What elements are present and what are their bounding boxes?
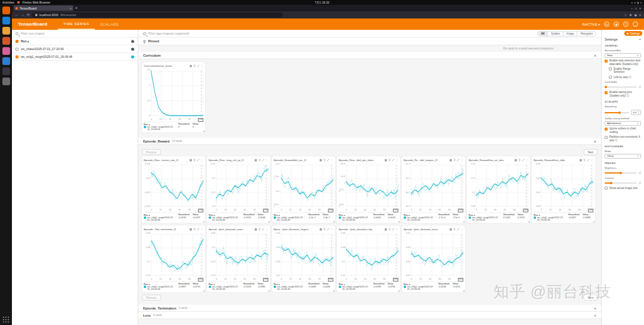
resize-handle[interactable] bbox=[268, 290, 270, 292]
pin-icon[interactable]: ⚲ bbox=[389, 159, 391, 162]
fullscreen-icon[interactable]: ⤢ bbox=[197, 64, 199, 67]
more-icon[interactable]: ⋮ bbox=[266, 228, 269, 231]
chevron-down-icon[interactable]: ∨ bbox=[594, 314, 596, 317]
pin-icon[interactable]: ⚲ bbox=[519, 159, 521, 162]
run-legend[interactable]: ws_rsl/g1_rough/2025-07-01_16-06-46 bbox=[144, 126, 177, 131]
pin-icon[interactable]: ⚲ bbox=[324, 159, 326, 162]
reset-icon[interactable]: ↺ bbox=[639, 85, 641, 89]
stepper-icons[interactable]: ▲▼ bbox=[637, 111, 639, 114]
chart-plot[interactable] bbox=[281, 232, 333, 278]
chart-plot[interactable] bbox=[346, 232, 398, 278]
pin-icon[interactable]: ⚲ bbox=[194, 159, 196, 162]
minimize-icon[interactable]: – bbox=[631, 7, 633, 10]
thunderbird-icon[interactable] bbox=[2, 17, 10, 24]
run-checkbox[interactable] bbox=[16, 55, 18, 58]
palette-icon[interactable] bbox=[131, 40, 134, 43]
resize-handle[interactable] bbox=[333, 290, 335, 292]
pin-icon[interactable]: ⚲ bbox=[324, 228, 326, 231]
window-controls[interactable]: – □ × bbox=[631, 7, 642, 10]
more-icon[interactable]: ⋮ bbox=[461, 228, 464, 231]
settings-checkbox-row[interactable]: Link by step ⓘ bbox=[609, 76, 641, 79]
horizontal-axis-select[interactable]: Step∨ bbox=[605, 53, 641, 58]
maximize-icon[interactable]: □ bbox=[635, 7, 637, 10]
data-table-icon[interactable]: ▦ bbox=[255, 159, 257, 162]
resize-handle[interactable] bbox=[203, 290, 205, 292]
checkbox[interactable] bbox=[609, 67, 612, 70]
more-icon[interactable]: ⋮ bbox=[633, 21, 638, 27]
settings-checkbox-row[interactable]: Enable Range Selection bbox=[609, 67, 641, 74]
filter-histogram[interactable]: Histogram bbox=[577, 32, 596, 36]
checkbox[interactable] bbox=[605, 128, 608, 131]
more-icon[interactable]: ⋮ bbox=[266, 159, 269, 162]
settings-checkbox-row[interactable]: Enable saving pins (Scalars only) ⓘ bbox=[605, 91, 641, 97]
settings-checkbox-row[interactable]: Ignore outliers in chart scaling bbox=[605, 127, 641, 134]
settings-checkbox-row[interactable]: Partition non-monotonic X axis ⓘ bbox=[605, 135, 641, 142]
back-icon[interactable]: ← bbox=[15, 13, 18, 17]
data-table-icon[interactable]: ▦ bbox=[450, 228, 452, 231]
terminal-icon[interactable] bbox=[2, 67, 10, 75]
run-legend[interactable]: ws_rsl/g1_rough/2025-07-01_16-06-46 bbox=[404, 216, 437, 222]
pinned-section-header[interactable]: ⚲ Pinned bbox=[138, 38, 601, 45]
gear-icon[interactable]: ✱ bbox=[614, 21, 619, 27]
pin-icon[interactable]: ⚲ bbox=[454, 159, 456, 162]
section-episode-reward[interactable]: Episode_Reward 14 cards ∧ bbox=[138, 138, 601, 145]
run-column-header[interactable]: Run ▴ bbox=[21, 39, 29, 43]
slider-track[interactable] bbox=[605, 182, 637, 184]
resize-handle[interactable] bbox=[203, 221, 205, 222]
refresh-icon[interactable]: ⟳ bbox=[604, 21, 609, 27]
data-table-icon[interactable]: ▦ bbox=[190, 64, 192, 67]
firefox-icon[interactable] bbox=[2, 7, 10, 14]
address-input[interactable]: ◙ localhost:6006/#timeseries bbox=[32, 13, 283, 17]
settings-button[interactable]: ✱ Settings bbox=[624, 31, 642, 36]
resize-handle[interactable] bbox=[593, 221, 595, 222]
chart-plot[interactable] bbox=[151, 232, 203, 278]
chart-plot[interactable] bbox=[216, 232, 268, 278]
data-table-icon[interactable]: ▦ bbox=[320, 228, 322, 231]
previous-button[interactable]: Previous bbox=[142, 295, 161, 301]
tag-filter-input[interactable]: Filter tags (regexes supported) bbox=[143, 32, 535, 35]
data-table-icon[interactable]: ▦ bbox=[190, 159, 192, 162]
chart-plot[interactable] bbox=[281, 163, 333, 209]
run-legend[interactable]: ws_rsl/g1_rough/2025-07-01_16-06-46 bbox=[144, 216, 177, 222]
resize-handle[interactable] bbox=[333, 221, 335, 222]
chart-plot[interactable] bbox=[541, 163, 593, 209]
fullscreen-icon[interactable]: ⤢ bbox=[392, 159, 394, 162]
data-table-icon[interactable]: ▦ bbox=[190, 228, 192, 231]
run-legend[interactable]: ws_rsl/g1_rough/2025-07-01_16-06-46 bbox=[209, 286, 242, 291]
run-legend[interactable]: ws_rsl/g1_rough/2025-07-01_16-06-46 bbox=[274, 216, 307, 222]
contrast-slider[interactable]: ↺ bbox=[605, 181, 641, 185]
fullscreen-icon[interactable]: ⤢ bbox=[457, 228, 459, 231]
close-icon[interactable]: × bbox=[639, 38, 641, 41]
fullscreen-icon[interactable]: ⤢ bbox=[197, 228, 199, 231]
filter-scalars[interactable]: Scalars bbox=[548, 32, 564, 36]
browser-tab[interactable]: TensorBoard × bbox=[14, 5, 73, 11]
smoothing-slider[interactable]: 0.6▲▼ bbox=[605, 110, 641, 115]
pin-icon[interactable]: ⚲ bbox=[259, 228, 261, 231]
status-badge[interactable]: INACTIVE ▾ bbox=[582, 23, 600, 26]
trash-icon[interactable] bbox=[2, 78, 10, 85]
chart-plot[interactable] bbox=[411, 163, 463, 209]
slider-knob[interactable] bbox=[610, 182, 612, 184]
run-row[interactable]: ws_chase/2025-07-01_17-20-50 bbox=[12, 45, 138, 53]
chevron-down-icon[interactable]: ∨ bbox=[594, 307, 596, 310]
fullscreen-icon[interactable]: ⤢ bbox=[522, 159, 524, 162]
slider-track[interactable] bbox=[605, 172, 637, 174]
close-icon[interactable]: × bbox=[639, 7, 641, 10]
fullscreen-icon[interactable]: ⤢ bbox=[262, 228, 264, 231]
resize-handle[interactable] bbox=[463, 290, 465, 292]
more-icon[interactable]: ⋮ bbox=[331, 228, 334, 231]
more-icon[interactable]: ⋮ bbox=[201, 159, 204, 162]
pin-icon[interactable]: ⚲ bbox=[389, 228, 391, 231]
activities-button[interactable]: Activities bbox=[2, 1, 14, 4]
reset-icon[interactable]: ↺ bbox=[639, 181, 641, 185]
tab-close-icon[interactable]: × bbox=[70, 7, 72, 10]
data-table-icon[interactable]: ▦ bbox=[255, 228, 257, 231]
help-icon[interactable] bbox=[2, 57, 10, 65]
chart-plot[interactable] bbox=[476, 163, 528, 209]
more-icon[interactable]: ⋮ bbox=[201, 228, 204, 231]
resize-handle[interactable] bbox=[528, 221, 530, 222]
run-legend[interactable]: ws_rsl/g1_rough/2025-07-01_16-06-46 bbox=[469, 216, 502, 222]
bookmark-star-icon[interactable]: ☆ bbox=[624, 13, 627, 17]
chevron-up-icon[interactable]: ∧ bbox=[594, 54, 596, 57]
extensions-icon[interactable]: ❖ bbox=[629, 13, 631, 17]
